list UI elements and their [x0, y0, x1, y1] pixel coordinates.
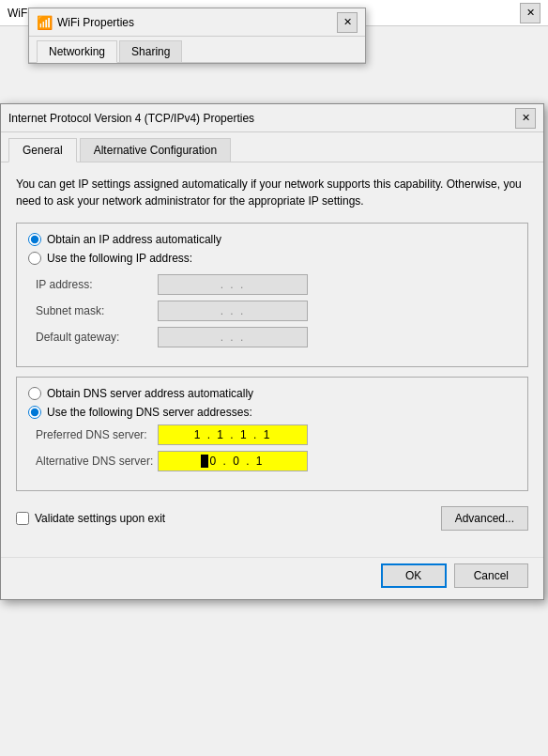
subnet-mask-row: Subnet mask: . . .: [28, 301, 516, 321]
cancel-button[interactable]: Cancel: [454, 563, 528, 588]
auto-dns-radio-row: Obtain DNS server address automatically: [28, 387, 516, 400]
wifi-dialog-title: WiFi Properties: [57, 16, 134, 29]
dns-section: Obtain DNS server address automatically …: [16, 377, 528, 491]
wifi-properties-dialog: 📶 WiFi Properties ✕ Networking Sharing: [28, 8, 366, 64]
preferred-dns-label: Preferred DNS server:: [36, 428, 158, 441]
description-text: You can get IP settings assigned automat…: [16, 176, 528, 209]
manual-dns-radio-row: Use the following DNS server addresses:: [28, 406, 516, 419]
text-cursor: [201, 455, 208, 468]
ip-address-section: Obtain an IP address automatically Use t…: [16, 223, 528, 367]
main-close-button[interactable]: ✕: [515, 108, 536, 129]
subnet-mask-value: . . .: [221, 304, 246, 317]
wifi-tab-networking[interactable]: Networking: [37, 40, 117, 63]
alternative-dns-value: 0 . 0 . 1: [209, 455, 264, 468]
auto-dns-label[interactable]: Obtain DNS server address automatically: [47, 387, 253, 400]
ip-address-value: . . .: [221, 278, 246, 291]
alternative-dns-input[interactable]: 0 . 0 . 1: [158, 451, 308, 471]
ok-cancel-row: OK Cancel: [1, 557, 543, 599]
auto-ip-label[interactable]: Obtain an IP address automatically: [47, 233, 221, 246]
manual-ip-label[interactable]: Use the following IP address:: [47, 252, 192, 265]
alternative-dns-label: Alternative DNS server:: [36, 455, 158, 468]
main-dialog-title: Internet Protocol Version 4 (TCP/IPv4) P…: [8, 112, 254, 125]
wifi-icon: 📶: [37, 15, 52, 30]
ok-button[interactable]: OK: [381, 563, 447, 588]
advanced-button[interactable]: Advanced...: [441, 506, 528, 531]
wifi-titlebar: 📶 WiFi Properties ✕: [29, 8, 365, 37]
ip-address-label: IP address:: [36, 278, 158, 291]
subnet-mask-label: Subnet mask:: [36, 304, 158, 317]
manual-ip-radio-row: Use the following IP address:: [28, 252, 516, 265]
preferred-dns-input[interactable]: 1 . 1 . 1 . 1: [158, 424, 308, 445]
default-gateway-label: Default gateway:: [36, 331, 158, 344]
auto-ip-radio-row: Obtain an IP address automatically: [28, 233, 516, 246]
default-gateway-input[interactable]: . . .: [158, 327, 308, 347]
ip-address-row: IP address: . . .: [28, 274, 516, 295]
main-titlebar: Internet Protocol Version 4 (TCP/IPv4) P…: [1, 104, 543, 132]
validate-row: Validate settings upon exit: [16, 512, 165, 525]
alternative-dns-row: Alternative DNS server: 0 . 0 . 1: [28, 451, 516, 471]
manual-dns-radio[interactable]: [28, 406, 41, 419]
validate-label[interactable]: Validate settings upon exit: [35, 512, 165, 525]
ipv4-properties-dialog: Internet Protocol Version 4 (TCP/IPv4) P…: [0, 103, 544, 600]
ip-fields: IP address: . . . Subnet mask: . . . Def…: [28, 274, 516, 347]
ip-address-input[interactable]: . . .: [158, 274, 308, 295]
tab-alternative-config[interactable]: Alternative Configuration: [80, 138, 231, 162]
tab-general[interactable]: General: [8, 138, 77, 162]
wifi-close-button[interactable]: ✕: [337, 12, 358, 33]
preferred-dns-row: Preferred DNS server: 1 . 1 . 1 . 1: [28, 424, 516, 445]
default-gateway-row: Default gateway: . . .: [28, 327, 516, 347]
wifi-tabs: Networking Sharing: [29, 37, 365, 63]
auto-dns-radio[interactable]: [28, 387, 41, 400]
manual-ip-radio[interactable]: [28, 252, 41, 265]
main-content: You can get IP settings assigned automat…: [1, 162, 543, 553]
default-gateway-value: . . .: [221, 331, 246, 344]
wifi-tab-sharing[interactable]: Sharing: [119, 40, 182, 62]
auto-ip-radio[interactable]: [28, 233, 41, 246]
wifi-title-left: 📶 WiFi Properties: [37, 15, 134, 30]
preferred-dns-value: 1 . 1 . 1 . 1: [194, 428, 272, 441]
main-tabs: General Alternative Configuration: [1, 132, 543, 162]
subnet-mask-input[interactable]: . . .: [158, 301, 308, 321]
manual-dns-label[interactable]: Use the following DNS server addresses:: [47, 406, 252, 419]
bg-close-button[interactable]: ✕: [520, 3, 540, 23]
bottom-row: Validate settings upon exit Advanced...: [16, 502, 528, 540]
validate-checkbox[interactable]: [16, 512, 29, 525]
